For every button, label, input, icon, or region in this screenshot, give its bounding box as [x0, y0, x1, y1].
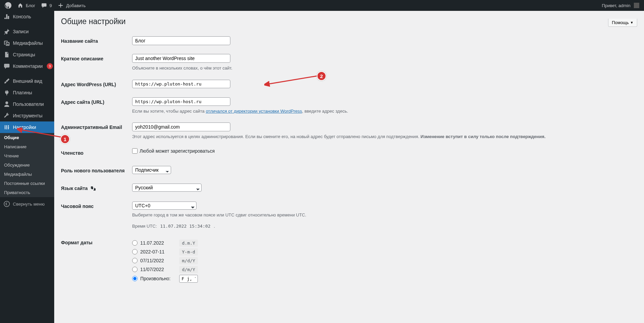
admin-email-label: Административный Email — [61, 118, 129, 144]
site-url-desc-part1: Если вы хотите, чтобы адрес сайта — [132, 109, 206, 114]
topbar-comments[interactable]: 9 — [38, 0, 55, 11]
annotation-arrow-1 — [17, 128, 63, 140]
topbar-left: Блог 9 Добавить — [2, 0, 88, 11]
admin-top-bar: Блог 9 Добавить Привет, admin — [0, 0, 644, 11]
submenu-permalinks[interactable]: Постоянные ссылки — [0, 179, 54, 188]
topbar-add-new[interactable]: Добавить — [55, 0, 88, 11]
date-format-label3: 07/11/2022 — [140, 258, 179, 263]
home-icon — [17, 2, 24, 9]
menu-console[interactable]: Консоль — [0, 11, 54, 22]
wp-url-label: Адрес WordPress (URL) — [61, 76, 129, 93]
date-format-radio3[interactable] — [132, 258, 138, 263]
help-toggle-button[interactable]: Помощь ▼ — [608, 19, 637, 27]
wrench-icon — [3, 112, 10, 119]
annotation-marker-1: 1 — [60, 134, 70, 144]
svg-line-1 — [20, 130, 61, 137]
menu-media-label: Медиафайлы — [13, 40, 43, 46]
menu-comments-label: Комментарии — [13, 63, 43, 69]
annotation-marker-2: 2 — [317, 71, 326, 81]
menu-users[interactable]: Пользователи — [0, 98, 54, 110]
menu-plugins[interactable]: Плагины — [0, 87, 54, 98]
page-icon — [3, 51, 10, 58]
topbar-right: Привет, admin — [599, 0, 642, 11]
media-icon — [3, 40, 10, 46]
help-label: Помощь — [612, 20, 629, 25]
site-url-description: Если вы хотите, чтобы адрес сайта отлича… — [132, 108, 634, 115]
date-format-code2: Y-m-d — [179, 248, 198, 255]
site-title-label: Название сайта — [61, 32, 129, 50]
submenu-reading[interactable]: Чтение — [0, 151, 54, 160]
date-format-opt1[interactable]: 11.07.2022 d.m.Y — [132, 240, 634, 247]
menu-appearance[interactable]: Внешний вид — [0, 75, 54, 87]
membership-check-label[interactable]: Любой может зарегистрироваться — [132, 148, 634, 154]
user-icon — [3, 101, 10, 108]
admin-email-desc-part1: Этот адрес используется в целях админист… — [132, 134, 420, 139]
wordpress-icon — [5, 2, 12, 9]
comments-badge: 9 — [47, 63, 53, 69]
date-format-radio2[interactable] — [132, 249, 138, 254]
greeting-text: Привет, admin — [602, 3, 630, 8]
submenu-discussion[interactable]: Обсуждение — [0, 160, 54, 170]
menu-pages[interactable]: Страницы — [0, 49, 54, 60]
lang-label-cell: Язык сайта — [61, 179, 129, 197]
date-format-opt3[interactable]: 07/11/2022 m/d/Y — [132, 257, 634, 264]
submenu-media[interactable]: Медиафайлы — [0, 170, 54, 179]
add-new-label: Добавить — [66, 3, 85, 8]
role-label: Роль нового пользователя — [61, 162, 129, 179]
menu-comments[interactable]: Комментарии 9 — [0, 60, 54, 72]
page-title: Общие настройки — [61, 17, 637, 26]
tz-select[interactable]: UTC+0 — [132, 202, 196, 210]
user-menu[interactable]: Привет, admin — [599, 0, 642, 11]
utc-time-label: Время UTC: — [132, 224, 158, 229]
date-format-label4: 11/07/2022 — [140, 267, 179, 272]
submenu-writing[interactable]: Написание — [0, 142, 54, 151]
tagline-label: Краткое описание — [61, 50, 129, 76]
date-format-custom[interactable]: Произвольно: — [132, 275, 634, 283]
brush-icon — [3, 78, 10, 84]
svg-line-2 — [268, 76, 317, 84]
site-url-desc-link[interactable]: отличался от директории установки WordPr… — [206, 109, 302, 114]
admin-email-desc-part2: Изменение вступит в силу только после по… — [420, 134, 545, 139]
date-format-radio4[interactable] — [132, 267, 138, 272]
site-title-input[interactable] — [132, 36, 230, 45]
site-name: Блог — [26, 3, 35, 8]
tagline-description: Объясните в нескольких словах, о чём это… — [132, 65, 634, 72]
wp-url-input[interactable] — [132, 80, 230, 88]
site-url-input[interactable] — [132, 97, 230, 106]
menu-posts[interactable]: Записи — [0, 26, 54, 37]
menu-posts-label: Записи — [13, 29, 28, 34]
site-link[interactable]: Блог — [14, 0, 38, 11]
date-format-label1: 11.07.2022 — [140, 240, 179, 246]
svg-point-0 — [4, 201, 9, 207]
menu-console-label: Консоль — [13, 14, 31, 19]
date-format-opt4[interactable]: 11/07/2022 d/m/Y — [132, 266, 634, 273]
admin-email-input[interactable] — [132, 122, 230, 131]
menu-media[interactable]: Медиафайлы — [0, 37, 54, 49]
date-format-label2: 2022-07-11 — [140, 249, 179, 254]
membership-checkbox[interactable] — [132, 148, 138, 154]
dashboard-icon — [3, 13, 10, 20]
date-format-radio-custom[interactable] — [132, 276, 138, 281]
date-format-custom-input[interactable] — [179, 275, 198, 283]
annotation-arrow-2 — [264, 74, 320, 88]
user-avatar-icon — [634, 3, 639, 8]
role-select[interactable]: Подписчик — [132, 166, 171, 174]
date-format-code3: m/d/Y — [179, 257, 198, 264]
lang-label: Язык сайта — [61, 186, 88, 191]
lang-select[interactable]: Русский — [132, 184, 202, 192]
date-format-code1: d.m.Y — [179, 240, 198, 247]
date-format-radio1[interactable] — [132, 240, 138, 246]
collapse-menu[interactable]: Свернуть меню — [0, 197, 54, 211]
menu-tools[interactable]: Инструменты — [0, 110, 54, 121]
topbar-comments-count: 9 — [49, 3, 52, 8]
submenu-privacy[interactable]: Приватность — [0, 188, 54, 197]
settings-form: Название сайта Краткое описание Объяснит… — [61, 32, 637, 288]
utc-time-row: Время UTC: 11.07.2022 15:34:02 . — [132, 223, 634, 230]
triangle-down-icon: ▼ — [630, 21, 633, 24]
comment-icon — [41, 2, 47, 9]
menu-pages-label: Страницы — [13, 52, 35, 57]
tagline-input[interactable] — [132, 54, 230, 63]
date-format-opt2[interactable]: 2022-07-11 Y-m-d — [132, 248, 634, 255]
wp-logo-menu[interactable] — [2, 0, 14, 11]
admin-email-description: Этот адрес используется в целях админист… — [132, 133, 634, 140]
